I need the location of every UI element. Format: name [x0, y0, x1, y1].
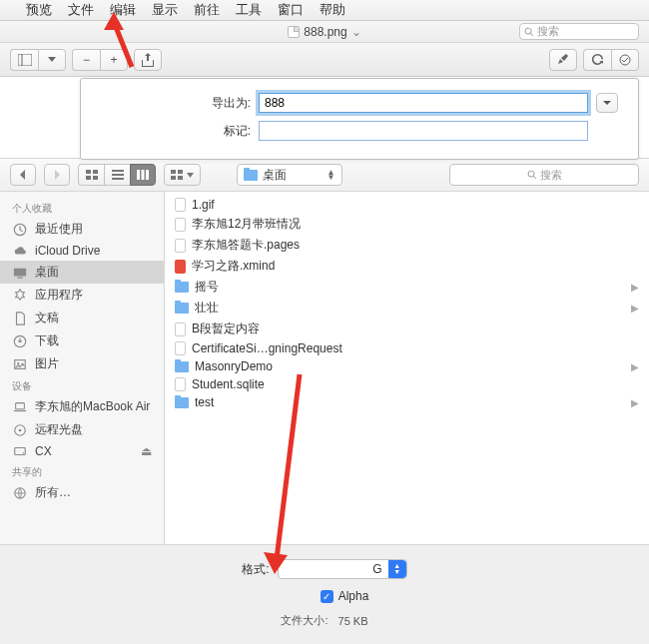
- eject-icon[interactable]: ⏏: [141, 444, 152, 458]
- clock-icon: [12, 223, 28, 237]
- svg-point-25: [19, 428, 22, 431]
- sidebar-item-favorites-2[interactable]: 桌面: [0, 261, 164, 284]
- svg-rect-18: [14, 268, 26, 276]
- sidebar-item-label: iCloud Drive: [35, 244, 100, 258]
- disclosure-arrow-icon: ▶: [631, 361, 639, 372]
- annotation-arrow-top: [102, 12, 142, 75]
- sidebar-item-label: 李东旭的MacBook Air: [35, 398, 150, 415]
- view-columns-button[interactable]: [130, 164, 156, 186]
- export-filename-input[interactable]: [259, 93, 588, 113]
- view-list-button[interactable]: [104, 164, 130, 186]
- sidebar-item-favorites-4[interactable]: 文稿: [0, 307, 164, 329]
- file-row[interactable]: CertificateSi…gningRequest: [165, 339, 649, 357]
- file-name: 学习之路.xmind: [192, 258, 275, 275]
- file-row[interactable]: 摇号▶: [165, 277, 649, 298]
- edited-indicator[interactable]: ⌄: [351, 25, 361, 39]
- devices-heading: 设备: [0, 375, 164, 395]
- disclosure-arrow-icon: ▶: [631, 282, 639, 293]
- sidebar-item-devices-0[interactable]: 李东旭的MacBook Air: [0, 395, 164, 418]
- forward-button[interactable]: [44, 164, 70, 186]
- view-icons-button[interactable]: [78, 164, 104, 186]
- file-row[interactable]: 壮壮▶: [165, 298, 649, 319]
- photo-icon: [12, 357, 28, 371]
- sidebar-item-label: 桌面: [35, 264, 59, 281]
- menu-preview[interactable]: 预览: [26, 1, 52, 19]
- desktop-icon: [12, 266, 28, 280]
- sidebar-item-label: 下载: [35, 332, 59, 349]
- sqlite-icon: [175, 377, 186, 391]
- svg-rect-7: [112, 170, 124, 172]
- svg-rect-5: [86, 176, 91, 180]
- menu-help[interactable]: 帮助: [320, 1, 345, 19]
- remote-icon: [12, 423, 28, 437]
- folder-icon: [175, 361, 189, 372]
- sidebar-item-label: 图片: [35, 355, 59, 372]
- format-panel: 格式: G ▲▼ ✓ Alpha 文件大小: 75 KB: [0, 544, 649, 644]
- file-name: 李东旭答题卡.pages: [192, 237, 300, 254]
- group-menu-button[interactable]: [164, 164, 201, 186]
- file-browser: 桌面 ▲▼ 搜索 个人收藏 最近使用iCloud Drive桌面应用程序文稿下载…: [0, 158, 649, 544]
- rotate-button[interactable]: [583, 49, 611, 71]
- file-row[interactable]: 1.gif: [165, 196, 649, 214]
- download-icon: [12, 334, 28, 348]
- svg-point-2: [620, 55, 630, 65]
- file-name: 1.gif: [192, 198, 215, 212]
- menu-go[interactable]: 前往: [194, 1, 220, 19]
- sidebar-item-favorites-0[interactable]: 最近使用: [0, 218, 164, 241]
- checkbox-checked-icon: ✓: [321, 590, 333, 603]
- sidebar-toggle-button[interactable]: [10, 49, 38, 71]
- sidebar-item-favorites-3[interactable]: 应用程序: [0, 284, 164, 307]
- zoom-out-button[interactable]: −: [72, 49, 100, 71]
- filesize-label: 文件大小:: [281, 613, 327, 628]
- file-name: B段暂定内容: [192, 321, 260, 337]
- location-popup[interactable]: 桌面 ▲▼: [237, 164, 342, 186]
- xmind-icon: [175, 260, 186, 274]
- preview-search-field[interactable]: 搜索: [519, 23, 639, 40]
- file-name: 摇号: [195, 279, 219, 296]
- file-name: test: [195, 395, 214, 409]
- file-browser-toolbar: 桌面 ▲▼ 搜索: [0, 159, 649, 192]
- expand-sheet-button[interactable]: [596, 93, 618, 113]
- svg-rect-6: [93, 176, 98, 180]
- svg-rect-11: [142, 170, 145, 180]
- menu-tools[interactable]: 工具: [236, 1, 262, 19]
- sidebar-item-favorites-1[interactable]: iCloud Drive: [0, 241, 164, 261]
- browser-search-placeholder: 搜索: [540, 168, 562, 183]
- file-name: 壮壮: [195, 300, 219, 317]
- back-button[interactable]: [10, 164, 36, 186]
- sidebar-item-favorites-5[interactable]: 下载: [0, 329, 164, 352]
- menu-view[interactable]: 显示: [152, 1, 178, 19]
- menu-file[interactable]: 文件: [68, 1, 94, 19]
- highlight-button[interactable]: [549, 49, 577, 71]
- svg-marker-32: [264, 552, 288, 574]
- doc-icon: [175, 239, 186, 253]
- svg-point-22: [17, 361, 19, 363]
- svg-marker-30: [104, 12, 124, 30]
- sidebar-item-devices-2[interactable]: CX⏏: [0, 441, 164, 461]
- browser-search-field[interactable]: 搜索: [449, 164, 639, 186]
- svg-rect-13: [171, 170, 176, 174]
- file-row[interactable]: 李东旭答题卡.pages: [165, 235, 649, 256]
- location-label: 桌面: [263, 167, 287, 184]
- svg-rect-15: [171, 176, 176, 180]
- menu-window[interactable]: 窗口: [278, 1, 304, 19]
- disclosure-arrow-icon: ▶: [631, 303, 639, 314]
- sidebar-item-devices-1[interactable]: 远程光盘: [0, 418, 164, 441]
- select-arrows-icon: ▲▼: [388, 560, 406, 578]
- app-icon: [12, 289, 28, 303]
- file-row[interactable]: 李东旭12月带班情况: [165, 214, 649, 235]
- doc-icon: [175, 218, 186, 232]
- sidebar-item-favorites-6[interactable]: 图片: [0, 352, 164, 375]
- doc-icon: [175, 198, 186, 212]
- alpha-checkbox[interactable]: ✓ Alpha: [321, 589, 369, 603]
- file-name: CertificateSi…gningRequest: [192, 341, 342, 355]
- search-icon: [524, 27, 534, 37]
- sidebar-item-shared-0[interactable]: 所有…: [0, 481, 164, 504]
- file-row[interactable]: 学习之路.xmind: [165, 256, 649, 277]
- markup-button[interactable]: [611, 49, 639, 71]
- sidebar-menu-button[interactable]: [38, 49, 66, 71]
- export-sheet: 导出为: 标记:: [80, 78, 639, 160]
- file-row[interactable]: B段暂定内容: [165, 319, 649, 339]
- tags-input[interactable]: [259, 121, 588, 141]
- svg-rect-14: [178, 170, 183, 174]
